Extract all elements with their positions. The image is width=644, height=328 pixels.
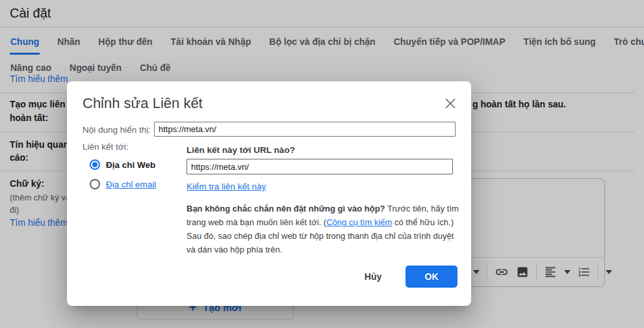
search-engine-link[interactable]: Công cụ tìm kiếm [326,217,392,227]
display-text-input[interactable] [154,122,456,137]
web-address-radio-label: Địa chỉ Web [106,160,155,170]
radio-selected-icon [90,159,100,170]
display-text-label: Nội dung hiển thị: [83,125,151,135]
link-to-label: Liên kết tới: [83,142,128,152]
help-text: Bạn không chắc chắn nên đặt những gì vào… [187,202,462,256]
dialog-actions: Hủy OK [67,266,457,288]
radio-unselected-icon [90,179,100,189]
dialog-title: Chỉnh sửa Liên kết [83,95,203,112]
help-text-bold: Bạn không chắc chắn nên đặt những gì vào… [187,204,385,213]
edit-link-dialog: Chỉnh sửa Liên kết Nội dung hiển thị: Li… [67,81,471,306]
url-input[interactable] [187,159,453,174]
web-address-radio[interactable]: Địa chỉ Web [90,159,155,170]
cancel-button[interactable]: Hủy [354,266,393,288]
close-icon[interactable] [444,97,457,110]
email-address-radio-label: Địa chỉ email [106,180,156,189]
url-question-label: Liên kết này tới URL nào? [187,145,295,155]
screen: Cài đặt Chung Nhãn Hộp thư đến Tài khoản… [0,0,644,328]
email-address-radio[interactable]: Địa chỉ email [90,179,156,189]
test-link[interactable]: Kiểm tra liên kết này [187,182,266,191]
ok-button[interactable]: OK [406,266,457,288]
